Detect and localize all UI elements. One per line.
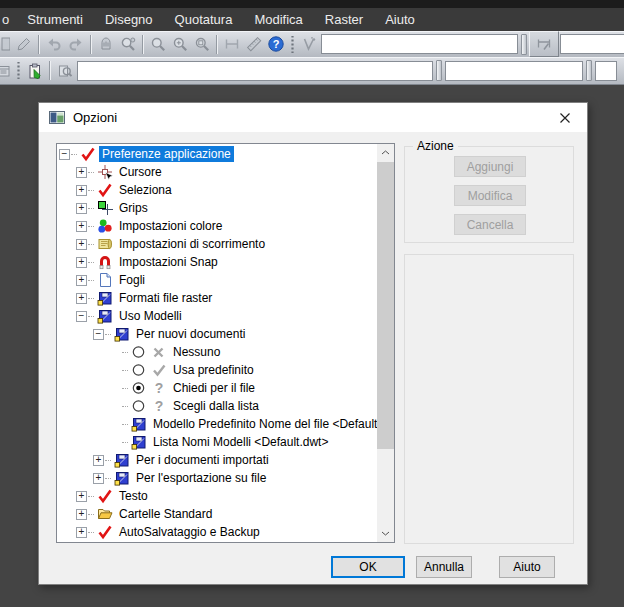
tree-item[interactable]: +Formati file raster — [57, 289, 377, 307]
floppy-icon — [113, 326, 130, 342]
menu-item-quotatura[interactable]: Quotatura — [164, 12, 244, 27]
tree-item-label: Cartelle Standard — [116, 506, 215, 522]
expand-toggle[interactable]: + — [76, 221, 87, 232]
toolbar-input[interactable] — [445, 61, 583, 81]
find-icon — [54, 60, 76, 82]
radio-unchecked-icon[interactable] — [130, 362, 147, 378]
menu-item-raster[interactable]: Raster — [314, 12, 374, 27]
menu-item-disegno[interactable]: Disegno — [94, 12, 164, 27]
tree-item[interactable]: +Impostazioni di scorrimento — [57, 235, 377, 253]
tree-item[interactable]: +Impostazioni Snap — [57, 253, 377, 271]
ok-button[interactable]: OK — [331, 556, 405, 578]
scrollbar-thumb[interactable] — [377, 162, 394, 449]
cancel-button[interactable]: Annulla — [416, 556, 472, 578]
tree-item[interactable]: +Cursore — [57, 163, 377, 181]
tree-item[interactable]: Nessuno — [57, 343, 377, 361]
toolbar-grip[interactable] — [586, 60, 592, 81]
expand-toggle[interactable]: + — [76, 203, 87, 214]
delete-button: Cancella — [454, 214, 526, 235]
collapse-toggle[interactable]: − — [93, 329, 104, 340]
expand-toggle[interactable]: + — [76, 509, 87, 520]
tree-item[interactable]: +Fogli — [57, 271, 377, 289]
close-icon[interactable] — [542, 103, 587, 132]
annotation-style-icon — [298, 33, 320, 55]
tree-item-label: Per i documenti importati — [133, 452, 272, 468]
clipboard-edit-icon[interactable] — [24, 60, 46, 82]
expand-toggle[interactable]: + — [76, 257, 87, 268]
svg-text:?: ? — [154, 398, 163, 414]
collapse-toggle[interactable]: − — [76, 311, 87, 322]
radio-checked-icon[interactable] — [130, 380, 147, 396]
toolbar-grip[interactable] — [290, 36, 295, 53]
modify-button: Modifica — [454, 185, 526, 206]
toolbar-grip[interactable] — [16, 62, 21, 79]
tree-item[interactable]: +Grips — [57, 199, 377, 217]
tree-item-label: Impostazioni di scorrimento — [116, 236, 268, 252]
tree-item[interactable]: ?Chiedi per il file — [57, 379, 377, 397]
question-icon: ? — [150, 380, 167, 396]
tree-item[interactable]: +Per l'esportazione su file — [57, 469, 377, 487]
check-icon — [96, 488, 113, 504]
expand-toggle[interactable]: + — [76, 491, 87, 502]
menu-item-strumenti[interactable]: Strumenti — [16, 12, 94, 27]
toolbar-input[interactable] — [77, 61, 433, 81]
tree-item[interactable]: +Cartelle Standard — [57, 505, 377, 523]
tree-scrollbar[interactable] — [377, 144, 394, 542]
expand-toggle[interactable]: + — [76, 185, 87, 196]
zoom-window-icon — [147, 33, 169, 55]
radio-unchecked-icon[interactable] — [130, 398, 147, 414]
svg-text:?: ? — [154, 380, 163, 396]
help-icon[interactable]: ? — [265, 33, 287, 55]
check-icon — [79, 146, 96, 162]
menu-item-aiuto[interactable]: Aiuto — [374, 12, 426, 27]
expand-toggle[interactable]: + — [76, 239, 87, 250]
menu-item-o[interactable]: o — [0, 12, 16, 27]
tree-view-rows: −Preferenze applicazione+Cursore+Selezio… — [57, 145, 377, 542]
expand-toggle[interactable]: + — [93, 455, 104, 466]
tree-item-label: Preferenze applicazione — [99, 146, 234, 162]
tree-item[interactable]: +Per i documenti importati — [57, 451, 377, 469]
tree-item[interactable]: +AutoSalvataggio e Backup — [57, 523, 377, 541]
toolbar-grip[interactable] — [521, 34, 527, 55]
tree-item-label: Modello Predefinito Nome del file <Defau… — [150, 416, 377, 432]
scroll-down-icon[interactable] — [377, 525, 394, 542]
expand-toggle[interactable]: + — [93, 473, 104, 484]
tree-item[interactable]: Lista Nomi Modelli <Default.dwt> — [57, 433, 377, 451]
ruler-icon — [243, 33, 265, 55]
tree-connector — [88, 262, 94, 263]
expand-toggle[interactable]: + — [76, 527, 87, 538]
help-button[interactable]: Aiuto — [499, 556, 555, 578]
menu-item-modifica[interactable]: Modifica — [243, 12, 313, 27]
tree-connector — [122, 406, 128, 407]
tree-item[interactable]: −Per nuovi documenti — [57, 325, 377, 343]
expand-toggle[interactable]: + — [76, 167, 87, 178]
tree-item[interactable]: +Testo — [57, 487, 377, 505]
dimension-tool-button[interactable] — [529, 31, 559, 57]
tree-item[interactable]: −Preferenze applicazione — [57, 145, 377, 163]
expand-toggle[interactable]: + — [76, 293, 87, 304]
pen-icon — [13, 33, 35, 55]
toolbar-grip[interactable] — [436, 60, 442, 81]
scroll-up-icon[interactable] — [377, 144, 394, 161]
expand-toggle[interactable]: + — [76, 275, 87, 286]
toolbar-input[interactable] — [321, 34, 518, 54]
tree-item[interactable]: ?Scegli dalla lista — [57, 397, 377, 415]
tree-item-label: Fogli — [116, 272, 148, 288]
radio-unchecked-icon[interactable] — [130, 344, 147, 360]
tree-item[interactable]: +Seleziona — [57, 181, 377, 199]
dialog-title-bar: Opzioni — [39, 103, 587, 132]
toolbar-input[interactable] — [595, 61, 617, 81]
collapse-toggle[interactable]: − — [59, 149, 70, 160]
tree-item[interactable]: +Impostazioni colore — [57, 217, 377, 235]
tree-item[interactable]: Modello Predefinito Nome del file <Defau… — [57, 415, 377, 433]
tree-item[interactable]: Usa predefinito — [57, 361, 377, 379]
tree-connector — [122, 370, 128, 371]
toolbar-input[interactable] — [560, 34, 624, 54]
detail-panel — [404, 254, 574, 544]
scroll-icon — [96, 236, 113, 252]
toolbar-separator — [49, 61, 51, 80]
floppy-icon — [113, 452, 130, 468]
pan-icon — [95, 33, 117, 55]
toolbar-separator — [142, 35, 144, 54]
tree-item[interactable]: −Uso Modelli — [57, 307, 377, 325]
